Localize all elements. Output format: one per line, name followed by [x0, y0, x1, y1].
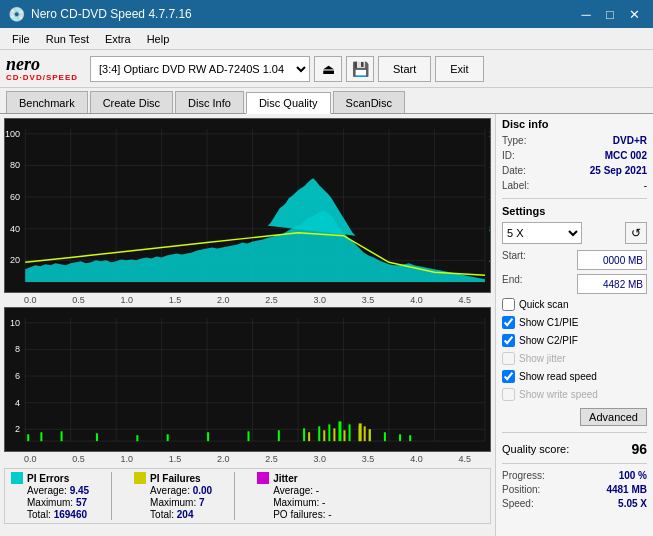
pi-errors-total: Total: 169460	[27, 509, 89, 520]
settings-title: Settings	[502, 205, 647, 217]
quick-scan-label: Quick scan	[519, 299, 568, 310]
svg-text:8: 8	[489, 224, 490, 234]
svg-rect-61	[278, 430, 280, 441]
svg-text:10: 10	[10, 318, 20, 328]
svg-rect-64	[328, 424, 330, 441]
legend-sep-1	[111, 472, 112, 520]
legend: PI Errors Average: 9.45 Maximum: 57 Tota…	[4, 468, 491, 524]
svg-rect-73	[323, 430, 325, 441]
svg-rect-63	[318, 426, 320, 441]
eject-button[interactable]: ⏏	[314, 56, 342, 82]
show-read-speed-checkbox[interactable]	[502, 370, 515, 383]
exit-button[interactable]: Exit	[435, 56, 483, 82]
maximize-button[interactable]: □	[599, 4, 621, 24]
quick-scan-checkbox[interactable]	[502, 298, 515, 311]
start-field[interactable]	[577, 250, 647, 270]
x-label-2-0: 2.0	[217, 295, 230, 305]
svg-text:12: 12	[489, 192, 490, 202]
pi-failures-avg: Average: 0.00	[150, 485, 212, 496]
legend-jitter: Jitter Average: - Maximum: - PO failures…	[257, 472, 331, 520]
title-bar-left: 💿 Nero CD-DVD Speed 4.7.7.16	[8, 6, 192, 22]
x-label-3-0: 3.0	[314, 295, 327, 305]
svg-text:2: 2	[15, 424, 20, 434]
x-label-b-2-0: 2.0	[217, 454, 230, 464]
x-label-b-3-0: 3.0	[314, 454, 327, 464]
app-title: Nero CD-DVD Speed 4.7.7.16	[31, 7, 192, 21]
disc-type-value: DVD+R	[613, 135, 647, 146]
svg-text:8: 8	[15, 344, 20, 354]
menu-file[interactable]: File	[4, 31, 38, 47]
svg-text:20: 20	[10, 255, 20, 265]
end-field[interactable]	[577, 274, 647, 294]
svg-rect-77	[364, 426, 366, 441]
menu-help[interactable]: Help	[139, 31, 178, 47]
pi-errors-avg: Average: 9.45	[27, 485, 89, 496]
show-write-speed-checkbox[interactable]	[502, 388, 515, 401]
logo: nero CD·DVD/SPEED	[6, 55, 78, 82]
po-failures: PO failures: -	[273, 509, 331, 520]
x-label-3-5: 3.5	[362, 295, 375, 305]
show-c2-row: Show C2/PIF	[502, 334, 647, 347]
x-label-b-0-0: 0.0	[24, 454, 37, 464]
advanced-button[interactable]: Advanced	[580, 408, 647, 426]
minimize-button[interactable]: ─	[575, 4, 597, 24]
disc-label-row: Label: -	[502, 180, 647, 191]
show-c1-row: Show C1/PIE	[502, 316, 647, 329]
quality-score-label: Quality score:	[502, 443, 569, 455]
disc-id-value: MCC 002	[605, 150, 647, 161]
pi-failures-total: Total: 204	[150, 509, 212, 520]
svg-rect-74	[333, 428, 335, 441]
disc-label-label: Label:	[502, 180, 529, 191]
x-label-b-4-5: 4.5	[458, 454, 471, 464]
disc-id-row: ID: MCC 002	[502, 150, 647, 161]
x-label-b-1-0: 1.0	[121, 454, 134, 464]
tab-disc-quality[interactable]: Disc Quality	[246, 92, 331, 114]
menu-bar: File Run Test Extra Help	[0, 28, 653, 50]
speed-select[interactable]: 5 X	[502, 222, 582, 244]
legend-pi-failures: PI Failures Average: 0.00 Maximum: 7 Tot…	[134, 472, 212, 520]
x-label-b-0-5: 0.5	[72, 454, 85, 464]
menu-run-test[interactable]: Run Test	[38, 31, 97, 47]
menu-extra[interactable]: Extra	[97, 31, 139, 47]
title-bar-controls: ─ □ ✕	[575, 4, 645, 24]
tab-disc-info[interactable]: Disc Info	[175, 91, 244, 113]
show-c1-checkbox[interactable]	[502, 316, 515, 329]
drive-select[interactable]: [3:4] Optiarc DVD RW AD-7240S 1.04	[90, 56, 310, 82]
tab-benchmark[interactable]: Benchmark	[6, 91, 88, 113]
svg-text:4: 4	[489, 255, 490, 265]
svg-rect-66	[349, 424, 351, 441]
svg-rect-71	[409, 435, 411, 441]
show-jitter-row: Show jitter	[502, 352, 647, 365]
show-c2-checkbox[interactable]	[502, 334, 515, 347]
svg-rect-76	[359, 423, 362, 441]
charts-area: 100 80 60 40 20 20 16 12 8 4 0.0	[0, 114, 495, 536]
save-button[interactable]: 💾	[346, 56, 374, 82]
refresh-button[interactable]: ↺	[625, 222, 647, 244]
x-label-b-3-5: 3.5	[362, 454, 375, 464]
disc-type-row: Type: DVD+R	[502, 135, 647, 146]
end-label: End:	[502, 274, 523, 294]
svg-rect-65	[338, 421, 341, 441]
jitter-max: Maximum: -	[273, 497, 331, 508]
show-jitter-checkbox[interactable]	[502, 352, 515, 365]
pi-failures-label: PI Failures	[150, 473, 201, 484]
x-label-b-1-5: 1.5	[169, 454, 182, 464]
show-jitter-label: Show jitter	[519, 353, 566, 364]
bottom-chart: 10 8 6 4 2	[4, 307, 491, 452]
start-label: Start:	[502, 250, 526, 270]
quick-scan-row: Quick scan	[502, 298, 647, 311]
pi-errors-label: PI Errors	[27, 473, 69, 484]
show-write-speed-label: Show write speed	[519, 389, 598, 400]
svg-rect-78	[369, 429, 371, 441]
title-bar: 💿 Nero CD-DVD Speed 4.7.7.16 ─ □ ✕	[0, 0, 653, 28]
tabs: Benchmark Create Disc Disc Info Disc Qua…	[0, 88, 653, 114]
pi-failures-max: Maximum: 7	[150, 497, 212, 508]
x-label-b-2-5: 2.5	[265, 454, 278, 464]
svg-text:16: 16	[489, 161, 490, 171]
pi-errors-max: Maximum: 57	[27, 497, 89, 508]
tab-create-disc[interactable]: Create Disc	[90, 91, 173, 113]
close-button[interactable]: ✕	[623, 4, 645, 24]
show-read-speed-row: Show read speed	[502, 370, 647, 383]
tab-scan-disc[interactable]: ScanDisc	[333, 91, 405, 113]
start-button[interactable]: Start	[378, 56, 431, 82]
